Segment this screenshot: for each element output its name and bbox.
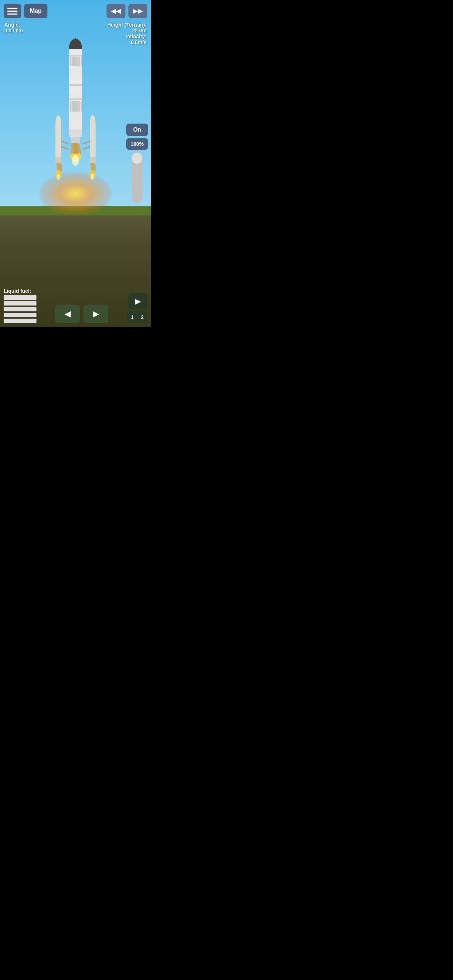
svg-rect-8 [81, 57, 82, 66]
fuel-label: Liquid fuel: [4, 288, 37, 294]
fuel-bar-5 [4, 319, 37, 323]
fastforward-button[interactable]: ▶▶ [128, 4, 147, 18]
bottom-controls: Liquid fuel: ◀ ▶ ▶ 1 2 [0, 288, 151, 323]
fuel-bar-1 [4, 295, 37, 300]
svg-rect-15 [74, 100, 76, 111]
rotate-right-button[interactable]: ▶ [83, 305, 108, 323]
menu-line-1 [7, 8, 18, 9]
play-button[interactable]: ▶ [128, 293, 147, 309]
velocity-label: Velocity: [107, 33, 147, 40]
height-label: Height (Terrain): [107, 22, 147, 28]
rocket-svg [43, 37, 108, 219]
menu-button[interactable] [4, 4, 21, 18]
top-bar: Map ◀◀ ▶▶ [0, 4, 151, 18]
map-button[interactable]: Map [24, 4, 48, 18]
svg-rect-17 [78, 100, 80, 111]
fuel-bar-4 [4, 313, 37, 317]
svg-rect-26 [83, 140, 91, 145]
menu-line-2 [7, 11, 18, 12]
svg-rect-5 [74, 57, 76, 66]
fuel-bar-3 [4, 307, 37, 311]
svg-rect-22 [61, 140, 69, 145]
stage-1-button[interactable]: 1 [127, 311, 137, 323]
velocity-value: 6.6m/s [107, 40, 147, 45]
svg-rect-16 [76, 100, 78, 111]
center-nav-buttons: ◀ ▶ [55, 305, 108, 323]
svg-rect-23 [61, 146, 69, 150]
svg-rect-18 [81, 100, 82, 111]
menu-line-3 [7, 13, 18, 14]
svg-point-36 [91, 174, 94, 180]
svg-rect-13 [70, 100, 72, 111]
svg-rect-7 [78, 57, 80, 66]
thrust-slider-handle [132, 153, 142, 164]
rotate-left-button[interactable]: ◀ [55, 305, 80, 323]
fuel-bars [4, 295, 37, 323]
angle-value: 0.0 / 0.0 [4, 28, 23, 33]
fuel-section: Liquid fuel: [4, 288, 37, 323]
svg-rect-19 [69, 129, 82, 137]
stage-buttons: 1 2 [127, 311, 147, 323]
svg-rect-24 [90, 124, 96, 157]
right-controls: On 100% [126, 124, 148, 203]
top-left-buttons: Map [4, 4, 48, 18]
thrust-percent-button[interactable]: 100% [126, 138, 148, 150]
rocket-container [43, 37, 108, 219]
height-value: 22.0m [107, 28, 147, 33]
telemetry-left: Angle: 0.0 / 0.0 [4, 22, 23, 33]
svg-rect-4 [72, 57, 74, 66]
svg-rect-12 [69, 99, 82, 100]
svg-rect-2 [69, 55, 82, 57]
svg-rect-3 [70, 57, 72, 66]
stage-2-button[interactable]: 2 [137, 311, 147, 323]
engine-on-button[interactable]: On [126, 124, 148, 136]
svg-rect-27 [83, 146, 91, 150]
svg-rect-28 [71, 137, 80, 144]
angle-label: Angle: [4, 22, 23, 28]
svg-rect-20 [56, 124, 61, 157]
svg-rect-25 [90, 157, 96, 164]
telemetry-right: Height (Terrain): 22.0m Velocity: 6.6m/s [107, 22, 147, 45]
svg-rect-10 [69, 84, 82, 86]
right-bottom-controls: ▶ 1 2 [127, 293, 147, 323]
svg-rect-21 [56, 157, 61, 164]
fuel-bar-2 [4, 301, 37, 305]
game-viewport: Map ◀◀ ▶▶ Angle: 0.0 / 0.0 Height (Terra… [0, 0, 151, 327]
svg-rect-14 [72, 100, 74, 111]
svg-point-30 [57, 174, 60, 180]
top-right-buttons: ◀◀ ▶▶ [107, 4, 147, 18]
thrust-slider[interactable] [132, 152, 143, 203]
svg-rect-6 [76, 57, 78, 66]
rewind-button[interactable]: ◀◀ [107, 4, 126, 18]
svg-point-34 [72, 155, 79, 166]
